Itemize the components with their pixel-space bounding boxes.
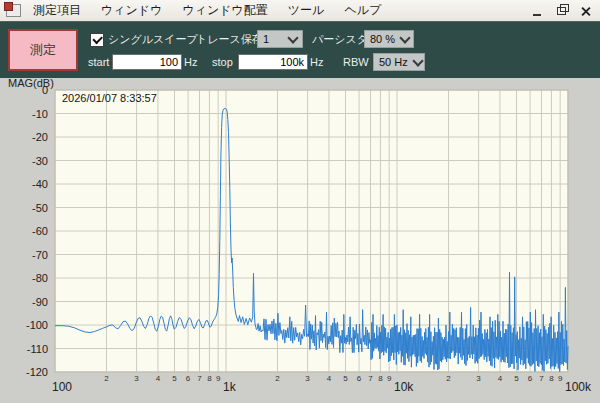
- menu-item-window[interactable]: ウィンドウ: [101, 2, 162, 19]
- x-tick-label: 100k: [565, 380, 592, 394]
- trace-count-select[interactable]: 1: [257, 30, 303, 48]
- y-tick-label: -100: [26, 319, 48, 331]
- spectrum-chart-area: 0-10-20-30-40-50-60-70-80-90-100-110-120…: [0, 78, 600, 403]
- x-minor-tick-label: 2: [446, 374, 451, 383]
- chevron-down-icon: [399, 32, 410, 43]
- app-window-icon: [6, 4, 21, 17]
- x-minor-tick-label: 5: [343, 374, 348, 383]
- persistence-value: 80 %: [370, 33, 395, 45]
- x-minor-tick-label: 7: [197, 374, 202, 383]
- toolbar: 測定 シングルスイープ トレース保存数 1 パーシスタンス 80 % start…: [0, 22, 600, 78]
- measure-button[interactable]: 測定: [8, 29, 78, 71]
- app-window: 測定項目 ウィンドウ ウィンドウ配置 ツール ヘルプ 測定 シングルスイープ ト…: [0, 0, 600, 403]
- y-tick-label: -50: [32, 202, 48, 214]
- x-tick-label: 100: [52, 380, 72, 394]
- rbw-value: 50 Hz: [379, 56, 408, 68]
- x-minor-tick-label: 8: [207, 374, 212, 383]
- y-tick-label: -30: [32, 155, 48, 167]
- y-tick-label: -80: [32, 272, 48, 284]
- x-minor-tick-label: 2: [104, 374, 109, 383]
- y-tick-label: -20: [32, 131, 48, 143]
- x-tick-label: 1k: [223, 380, 237, 394]
- spectrum-plot: 0-10-20-30-40-50-60-70-80-90-100-110-120…: [0, 78, 600, 403]
- stop-unit-label: Hz: [310, 53, 323, 71]
- y-tick-label: -90: [32, 296, 48, 308]
- y-tick-label: -10: [32, 108, 48, 120]
- x-minor-tick-label: 6: [186, 374, 191, 383]
- x-minor-tick-label: 5: [172, 374, 177, 383]
- menubar: 測定項目 ウィンドウ ウィンドウ配置 ツール ヘルプ: [0, 0, 600, 22]
- close-icon: [580, 6, 590, 16]
- chevron-down-icon: [287, 32, 298, 43]
- y-tick-label: -120: [26, 366, 48, 378]
- restore-icon: [557, 7, 566, 15]
- restore-button[interactable]: [552, 3, 570, 19]
- y-tick-label: -70: [32, 249, 48, 261]
- rbw-label: RBW: [343, 53, 369, 71]
- start-unit-label: Hz: [184, 53, 197, 71]
- y-axis-title: MAG(dB): [8, 78, 54, 89]
- x-minor-tick-label: 7: [539, 374, 544, 383]
- x-minor-tick-label: 7: [368, 374, 373, 383]
- close-button[interactable]: [576, 3, 594, 19]
- single-sweep-checkbox[interactable]: [90, 33, 104, 47]
- trace-count-value: 1: [263, 33, 283, 45]
- x-minor-tick-label: 9: [216, 374, 221, 383]
- minimize-icon: [533, 6, 541, 16]
- y-tick-label: -40: [32, 178, 48, 190]
- rbw-select[interactable]: 50 Hz: [373, 53, 425, 71]
- x-minor-tick-label: 9: [387, 374, 392, 383]
- single-sweep-label: シングルスイープ: [108, 30, 198, 48]
- x-minor-tick-label: 4: [327, 374, 332, 383]
- y-tick-label: -60: [32, 225, 48, 237]
- x-minor-tick-label: 2: [275, 374, 280, 383]
- x-minor-tick-label: 8: [378, 374, 383, 383]
- x-minor-tick-label: 3: [305, 374, 310, 383]
- persistence-select[interactable]: 80 %: [364, 30, 414, 48]
- window-controls: [528, 3, 594, 19]
- stop-label: stop: [212, 53, 233, 71]
- start-label: start: [88, 53, 109, 71]
- menu-item-tools[interactable]: ツール: [288, 2, 325, 19]
- x-tick-label: 10k: [394, 380, 414, 394]
- x-minor-tick-label: 8: [549, 374, 554, 383]
- menu-item-measurement-items[interactable]: 測定項目: [33, 2, 81, 19]
- x-minor-tick-label: 9: [558, 374, 563, 383]
- minimize-button[interactable]: [528, 3, 546, 19]
- y-tick-label: -110: [27, 343, 48, 355]
- x-minor-tick-label: 6: [357, 374, 362, 383]
- chevron-down-icon: [412, 55, 423, 66]
- x-minor-tick-label: 3: [134, 374, 139, 383]
- menu-item-window-arrange[interactable]: ウィンドウ配置: [182, 2, 267, 19]
- x-minor-tick-label: 4: [156, 374, 161, 383]
- start-frequency-input[interactable]: [112, 54, 182, 70]
- x-minor-tick-label: 6: [528, 374, 533, 383]
- x-minor-tick-label: 4: [498, 374, 503, 383]
- x-minor-tick-label: 5: [514, 374, 519, 383]
- menu-item-help[interactable]: ヘルプ: [344, 2, 381, 19]
- timestamp-annotation: 2026/01/07 8:33:57: [62, 92, 157, 104]
- stop-frequency-input[interactable]: [238, 54, 308, 70]
- x-minor-tick-label: 3: [476, 374, 481, 383]
